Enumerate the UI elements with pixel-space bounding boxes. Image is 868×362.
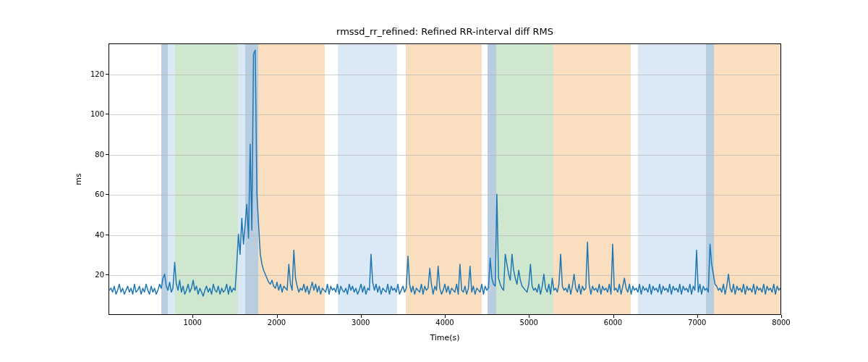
y-tick-label: 120 — [75, 70, 104, 77]
y-tick-label: 80 — [75, 150, 104, 158]
y-tick-mark — [106, 154, 109, 155]
x-tick-mark — [277, 315, 278, 318]
x-tick-label: 7000 — [688, 319, 706, 327]
x-tick-mark — [613, 315, 614, 318]
line-series — [109, 44, 780, 314]
chart-title: rmssd_rr_refined: Refined RR-interval di… — [109, 26, 781, 37]
y-tick-label: 40 — [75, 230, 104, 238]
y-tick-label: 60 — [75, 190, 104, 198]
x-tick-mark — [697, 315, 698, 318]
x-tick-label: 2000 — [268, 319, 286, 327]
x-axis-label: Time(s) — [109, 333, 781, 342]
figure: rmssd_rr_refined: Refined RR-interval di… — [0, 0, 868, 362]
y-tick-mark — [106, 235, 109, 235]
y-tick-label: 100 — [75, 110, 104, 118]
x-tick-mark — [192, 315, 193, 318]
x-tick-label: 4000 — [435, 319, 454, 327]
x-tick-mark — [781, 315, 782, 318]
y-tick-mark — [106, 114, 109, 114]
x-tick-label: 5000 — [520, 319, 538, 327]
y-tick-mark — [106, 274, 109, 275]
x-tick-label: 6000 — [604, 319, 622, 327]
y-tick-label: 20 — [75, 271, 104, 279]
x-tick-mark — [529, 315, 529, 318]
x-tick-label: 3000 — [352, 319, 370, 327]
x-tick-mark — [361, 315, 362, 318]
x-tick-mark — [445, 315, 446, 318]
x-tick-label: 8000 — [772, 319, 790, 327]
y-tick-mark — [106, 74, 109, 75]
x-tick-label: 1000 — [184, 319, 202, 327]
plot-area — [109, 43, 781, 315]
y-tick-mark — [106, 194, 109, 195]
